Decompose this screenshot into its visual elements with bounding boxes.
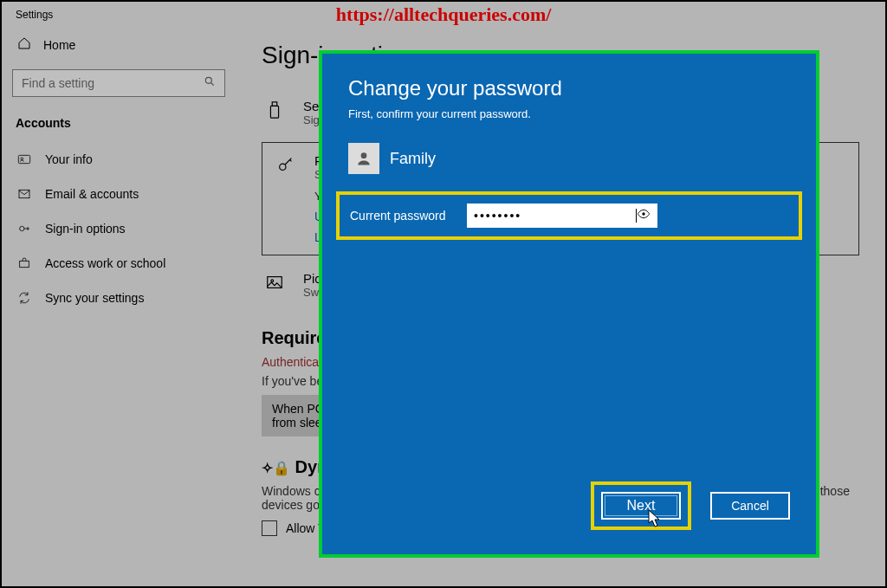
next-button[interactable]: Next (601, 492, 681, 520)
next-button-highlight: Next (591, 481, 691, 530)
key-icon (273, 153, 299, 244)
svg-point-5 (20, 226, 24, 230)
user-row: Family (348, 143, 790, 174)
home-nav[interactable]: Home (12, 28, 225, 62)
password-field-highlight: Current password •••••••• (336, 191, 802, 240)
cancel-button[interactable]: Cancel (710, 492, 790, 520)
picture-icon (262, 271, 288, 299)
password-dots: •••••••• (474, 209, 638, 223)
modal-highlight-border: Change your password First, confirm your… (319, 50, 819, 558)
svg-point-12 (361, 152, 367, 158)
svg-point-0 (205, 77, 211, 83)
usb-icon (262, 99, 288, 126)
svg-point-9 (280, 164, 286, 170)
lock-sparkle-icon: ✧🔒 (262, 461, 290, 475)
sidebar-item-label: Your info (45, 152, 93, 166)
field-label: Current password (350, 209, 450, 223)
cursor-icon (648, 509, 662, 528)
home-label: Home (43, 38, 75, 52)
modal-title: Change your password (348, 76, 790, 100)
search-input-wrapper[interactable] (12, 69, 225, 97)
current-password-input[interactable]: •••••••• (467, 204, 657, 228)
checkbox-icon[interactable] (262, 520, 277, 536)
sidebar-item-label: Sync your settings (45, 291, 144, 305)
sidebar-item-signin-options[interactable]: Sign-in options (12, 211, 225, 246)
svg-rect-2 (18, 155, 29, 163)
sidebar-item-sync[interactable]: Sync your settings (12, 281, 225, 315)
sidebar-item-label: Access work or school (45, 256, 165, 270)
svg-rect-6 (20, 261, 29, 267)
sidebar-item-label: Sign-in options (45, 222, 126, 236)
reveal-password-icon[interactable] (637, 207, 651, 224)
watermark-text: https://alltechqueries.com/ (336, 3, 552, 26)
search-input[interactable] (22, 76, 204, 90)
user-name: Family (390, 150, 436, 168)
sidebar-item-your-info[interactable]: Your info (12, 142, 225, 177)
sidebar-section-header: Accounts (12, 111, 225, 142)
avatar (348, 143, 379, 174)
svg-point-11 (271, 280, 274, 282)
sidebar-item-email[interactable]: Email & accounts (12, 177, 225, 211)
search-icon (204, 75, 216, 91)
user-icon (355, 150, 372, 167)
sidebar-item-work-school[interactable]: Access work or school (12, 246, 225, 281)
svg-point-3 (21, 158, 23, 160)
modal-subtitle: First, confirm your current password. (348, 107, 790, 120)
svg-rect-8 (270, 106, 278, 118)
sidebar: Home Accounts Your info Email & accounts… (2, 28, 236, 586)
change-password-modal: Change your password First, confirm your… (322, 54, 816, 554)
sidebar-item-label: Email & accounts (45, 187, 139, 201)
svg-point-13 (642, 212, 644, 215)
home-icon (17, 36, 31, 54)
svg-line-1 (211, 83, 214, 86)
svg-rect-7 (272, 102, 277, 107)
svg-rect-4 (19, 190, 29, 197)
